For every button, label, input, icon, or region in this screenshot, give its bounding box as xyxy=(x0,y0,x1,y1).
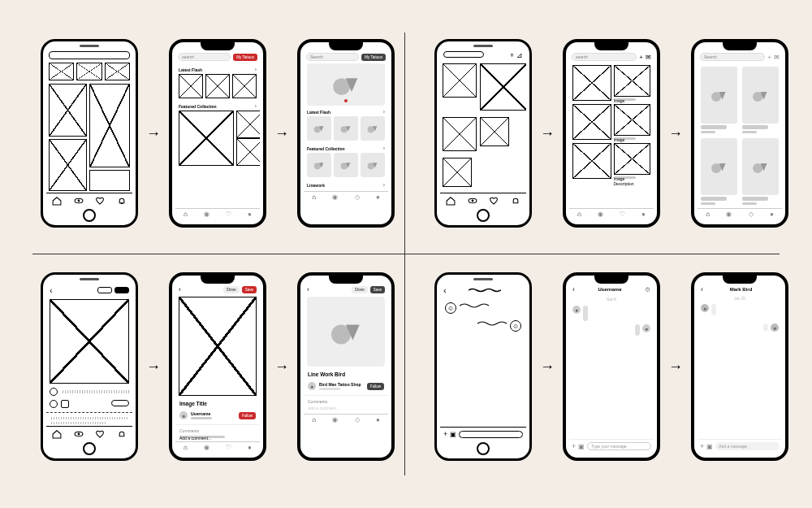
nav-bell-icon[interactable]: ◇ xyxy=(355,193,360,201)
sketch-tile[interactable] xyxy=(443,158,472,187)
sketch-tile[interactable] xyxy=(480,117,509,146)
sketch-tile[interactable] xyxy=(443,117,477,151)
follow-button[interactable]: Follow xyxy=(239,412,256,419)
grid-tile[interactable] xyxy=(614,65,651,97)
nav-eye-icon[interactable]: ◉ xyxy=(332,193,338,201)
sketch-tile[interactable] xyxy=(105,63,130,80)
nav-home-icon[interactable]: ⌂ xyxy=(184,211,188,218)
home-icon[interactable] xyxy=(445,196,456,206)
back-icon[interactable]: ‹ xyxy=(307,285,309,293)
home-button[interactable] xyxy=(477,209,490,222)
back-icon[interactable]: ‹ xyxy=(179,285,181,293)
plus-icon[interactable]: + xyxy=(639,54,643,61)
featured-tile[interactable] xyxy=(179,111,234,166)
grid-tile[interactable] xyxy=(701,67,737,124)
avatar[interactable]: ● xyxy=(642,324,650,332)
chevron-right-icon[interactable]: › xyxy=(383,109,385,115)
nav-home-icon[interactable]: ⌂ xyxy=(312,416,316,423)
sketch-tile[interactable] xyxy=(480,63,526,111)
sketch-tile[interactable] xyxy=(49,139,87,192)
eye-icon[interactable] xyxy=(73,429,84,439)
sketch-avatar[interactable]: ☺ xyxy=(445,302,456,314)
bell-icon[interactable] xyxy=(116,196,127,206)
camera-icon[interactable]: ▣ xyxy=(450,431,456,438)
hero-image[interactable] xyxy=(307,63,385,106)
send-icon[interactable]: ⊿ xyxy=(516,51,523,59)
plus-icon[interactable]: + xyxy=(572,442,576,450)
sketch-follow-button[interactable] xyxy=(111,400,129,406)
bell-icon[interactable] xyxy=(510,196,521,206)
avatar[interactable]: ● xyxy=(701,304,709,312)
search-input[interactable]: search xyxy=(572,53,637,61)
grid-tile[interactable] xyxy=(614,143,651,175)
camera-icon[interactable]: ▣ xyxy=(578,443,585,450)
flash-tile[interactable] xyxy=(232,74,257,98)
grid-tile[interactable] xyxy=(742,67,779,124)
heart-icon[interactable] xyxy=(488,196,499,206)
search-input[interactable]: Search xyxy=(700,53,765,61)
sketch-tile[interactable] xyxy=(76,63,102,80)
comment-placeholder[interactable]: Add a comment... xyxy=(179,436,225,438)
nav-home-icon[interactable]: ⌂ xyxy=(577,211,581,218)
grid-tile[interactable] xyxy=(572,104,611,140)
nav-home-icon[interactable]: ⌂ xyxy=(184,444,188,451)
chevron-right-icon[interactable]: › xyxy=(383,145,385,151)
sketch-searchbar[interactable] xyxy=(49,51,130,59)
avatar[interactable]: ● xyxy=(771,323,779,332)
avatar[interactable]: ● xyxy=(179,411,188,419)
nav-bell-icon[interactable]: ◇ xyxy=(355,416,360,423)
featured-tile[interactable] xyxy=(236,138,260,166)
hero-image[interactable] xyxy=(307,297,385,367)
avatar[interactable]: ● xyxy=(572,306,581,314)
home-icon[interactable] xyxy=(51,196,63,206)
plus-icon[interactable]: + xyxy=(700,442,704,450)
home-button[interactable] xyxy=(83,442,96,455)
nav-eye-icon[interactable]: ◉ xyxy=(204,211,209,218)
sketch-tile[interactable] xyxy=(89,84,130,167)
nav-heart-icon[interactable]: ♡ xyxy=(226,444,231,451)
send-icon[interactable]: ✉ xyxy=(646,54,651,61)
back-icon[interactable]: ‹ xyxy=(443,285,447,295)
search-input[interactable]: Search xyxy=(306,53,359,61)
grid-tile[interactable] xyxy=(614,104,651,136)
home-button[interactable] xyxy=(83,209,96,222)
nav-eye-icon[interactable]: ◉ xyxy=(598,211,603,218)
flash-tile[interactable] xyxy=(361,116,385,141)
nav-profile-icon[interactable]: ● xyxy=(248,444,252,451)
chevron-right-icon[interactable]: › xyxy=(383,182,385,188)
plus-icon[interactable]: + xyxy=(767,54,771,61)
sketch-tile[interactable] xyxy=(49,84,87,137)
share-button[interactable]: Share xyxy=(352,286,368,293)
bell-icon[interactable] xyxy=(116,429,127,439)
sketch-save-button[interactable] xyxy=(114,287,129,293)
featured-tile[interactable] xyxy=(307,153,331,177)
heart-icon[interactable] xyxy=(94,429,106,439)
sketch-search[interactable] xyxy=(443,51,484,58)
comment-input[interactable]: Add a comment... xyxy=(308,406,384,410)
camera-icon[interactable]: ▣ xyxy=(706,443,713,450)
sketch-message-input[interactable] xyxy=(459,431,523,438)
nav-profile-icon[interactable]: ● xyxy=(770,211,774,218)
save-button[interactable]: Save xyxy=(370,286,385,293)
featured-tile[interactable] xyxy=(236,111,260,138)
chevron-right-icon[interactable]: › xyxy=(255,103,257,109)
nav-profile-icon[interactable]: ● xyxy=(248,211,252,218)
sketch-share-button[interactable] xyxy=(97,287,112,293)
nav-profile-icon[interactable]: ● xyxy=(376,193,380,201)
message-input[interactable]: Type your message xyxy=(587,442,651,450)
plus-icon[interactable]: + xyxy=(510,51,514,59)
nav-eye-icon[interactable]: ◉ xyxy=(332,416,338,423)
grid-tile[interactable] xyxy=(742,138,779,195)
featured-tile[interactable] xyxy=(361,153,385,177)
back-icon[interactable]: ‹ xyxy=(50,285,53,295)
message-input[interactable]: Add a message xyxy=(715,442,780,450)
sketch-tile[interactable] xyxy=(49,63,74,80)
sketch-tile[interactable] xyxy=(89,170,130,191)
username-label[interactable]: Username xyxy=(191,411,235,416)
save-button[interactable]: Save xyxy=(242,286,257,293)
comment-icon[interactable] xyxy=(61,400,69,408)
featured-tile[interactable] xyxy=(334,153,358,177)
heart-icon[interactable] xyxy=(50,400,58,408)
nav-profile-icon[interactable]: ● xyxy=(641,211,646,218)
grid-tile[interactable] xyxy=(572,143,611,179)
